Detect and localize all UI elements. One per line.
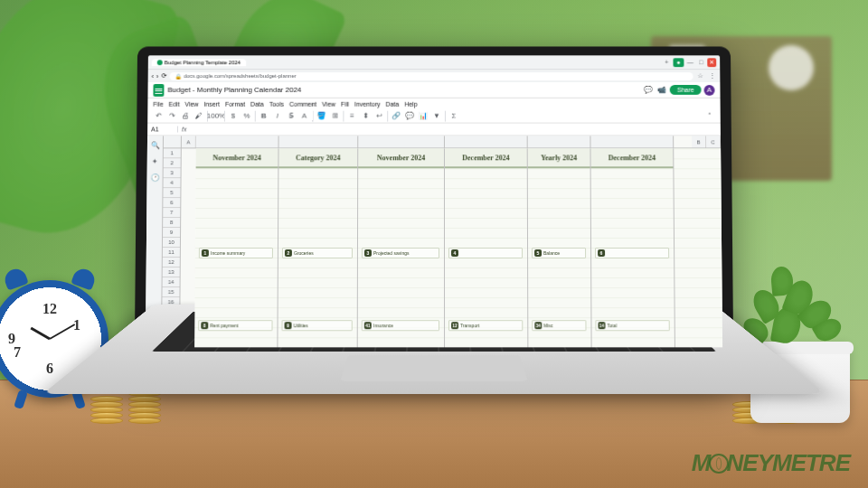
valign-icon[interactable]: ⬍ (360, 110, 371, 121)
url-input[interactable]: 🔒 docs.google.com/spreadsheets/budget-pl… (169, 72, 693, 80)
col-header[interactable] (590, 136, 674, 147)
row-number[interactable]: 14 (163, 277, 180, 287)
meet-icon[interactable]: 📹 (656, 84, 667, 95)
paint-format-icon[interactable]: 🖌 (193, 110, 204, 121)
col-header[interactable] (196, 136, 279, 147)
data-entry[interactable]: 8Rent payment (198, 320, 272, 331)
menu-view[interactable]: View (185, 100, 199, 107)
menu-extra-1[interactable]: View (322, 100, 335, 107)
data-entry[interactable]: 1Income summary (199, 248, 273, 258)
row-number[interactable]: 8 (163, 218, 180, 228)
minimize-button[interactable]: — (685, 58, 694, 67)
row-number[interactable]: 10 (163, 238, 180, 248)
strikethrough-icon[interactable]: S̶ (286, 110, 297, 121)
data-entry[interactable]: 4 (448, 248, 523, 258)
col-header[interactable] (445, 136, 528, 147)
data-entry[interactable]: 9Utilities (282, 320, 353, 331)
extension-button[interactable]: ● (673, 58, 684, 67)
borders-icon[interactable]: ⊞ (329, 110, 340, 121)
row-number[interactable]: 6 (163, 198, 180, 208)
cell-reference[interactable]: A1 (151, 127, 178, 133)
account-avatar-icon[interactable]: A (704, 84, 715, 95)
link-icon[interactable]: 🔗 (391, 110, 401, 121)
col-header[interactable] (358, 136, 445, 147)
fill-color-icon[interactable]: 🪣 (316, 110, 326, 121)
filter-icon[interactable]: ▼ (431, 110, 442, 121)
wrap-icon[interactable]: ↩ (373, 110, 384, 121)
month-header-cell[interactable]: November 2024 (196, 148, 278, 168)
menu-data[interactable]: Data (250, 100, 264, 107)
month-header-cell[interactable]: December 2024 (445, 148, 527, 168)
close-window-button[interactable]: ✕ (707, 58, 716, 67)
percent-icon[interactable]: % (241, 110, 252, 121)
functions-icon[interactable]: Σ (448, 110, 459, 121)
data-entry[interactable]: 34Misc (532, 320, 586, 331)
nav-forward-icon[interactable]: › (156, 73, 158, 80)
month-header-cell[interactable]: Category 2024 (278, 148, 357, 168)
italic-icon[interactable]: I (272, 110, 283, 121)
month-header-cell[interactable]: December 2024 (590, 148, 673, 168)
menu-extensions[interactable]: Comment (289, 100, 316, 107)
menu-edit[interactable]: Edit (169, 100, 180, 107)
month-header-cell[interactable]: Yearly 2024 (528, 148, 590, 168)
data-entry[interactable]: 6 (595, 248, 669, 258)
extensions-icon[interactable]: ⋮ (707, 71, 716, 80)
comment-icon[interactable]: 💬 (404, 110, 415, 121)
bold-icon[interactable]: B (259, 110, 269, 121)
row-number[interactable]: 1 (164, 148, 181, 158)
menu-tools[interactable]: Tools (269, 100, 284, 107)
col-letter[interactable]: B (692, 136, 706, 147)
data-entry[interactable]: 14Total (595, 320, 669, 331)
data-entry[interactable]: 2Groceries (282, 248, 353, 258)
share-button[interactable]: Share (670, 85, 702, 95)
align-icon[interactable]: ≡ (346, 110, 357, 121)
undo-icon[interactable]: ↶ (153, 110, 164, 121)
history-sidebar-icon[interactable]: 🕐 (149, 172, 160, 183)
data-entry[interactable]: 3Projected savings (362, 248, 439, 258)
comment-history-icon[interactable]: 💬 (643, 84, 654, 95)
col-header[interactable] (279, 136, 359, 147)
collapse-toolbar-icon[interactable]: ˄ (704, 110, 715, 121)
nav-back-icon[interactable]: ‹ (152, 73, 154, 80)
month-header-cell[interactable]: November 2024 (358, 148, 444, 168)
maximize-button[interactable]: □ (696, 58, 705, 67)
data-entry[interactable]: 12Transport (448, 320, 523, 331)
row-number[interactable]: 5 (163, 188, 180, 198)
cells-area[interactable]: November 2024Category 2024November 2024D… (194, 148, 723, 347)
menu-help[interactable]: Help (404, 100, 417, 107)
new-tab-button[interactable]: + (662, 58, 671, 67)
menu-extra-3[interactable]: Inventory (354, 100, 381, 107)
data-entry[interactable]: 41Insurance (362, 320, 439, 331)
redo-icon[interactable]: ↷ (166, 110, 177, 121)
row-number[interactable]: 3 (164, 168, 181, 178)
data-entry[interactable]: 5Balance (532, 248, 586, 258)
select-all-corner[interactable] (164, 136, 182, 147)
currency-icon[interactable]: $ (228, 110, 239, 121)
explore-sidebar-icon[interactable]: ✦ (149, 155, 160, 166)
text-color-icon[interactable]: A (299, 110, 310, 121)
menu-extra-4[interactable]: Data (386, 100, 400, 107)
row-number[interactable]: 12 (163, 258, 180, 267)
col-header[interactable] (528, 136, 591, 147)
menu-insert[interactable]: Insert (203, 100, 219, 107)
row-number[interactable]: 7 (163, 208, 180, 218)
sheets-logo-icon[interactable] (153, 83, 164, 96)
menu-format[interactable]: Format (225, 100, 245, 107)
menu-file[interactable]: File (153, 100, 163, 107)
chart-icon[interactable]: 📊 (418, 110, 429, 121)
star-icon[interactable]: ☆ (695, 71, 704, 80)
row-number[interactable]: 2 (164, 158, 181, 168)
reload-icon[interactable]: ⟳ (161, 72, 166, 80)
col-letter[interactable]: A (182, 136, 196, 147)
row-number[interactable]: 4 (163, 178, 180, 188)
print-icon[interactable]: 🖨 (180, 110, 191, 121)
menu-extra-2[interactable]: Fill (341, 100, 349, 107)
zoom-dropdown[interactable]: 100% (211, 110, 222, 121)
row-number[interactable]: 11 (163, 248, 180, 258)
row-number[interactable]: 13 (163, 267, 180, 277)
browser-tab-active[interactable]: Budget Planning Template 2024 (152, 59, 246, 66)
row-number[interactable]: 15 (162, 287, 179, 297)
search-sidebar-icon[interactable]: 🔍 (149, 139, 160, 150)
col-letter[interactable]: C (706, 136, 721, 147)
row-number[interactable]: 9 (163, 228, 180, 238)
